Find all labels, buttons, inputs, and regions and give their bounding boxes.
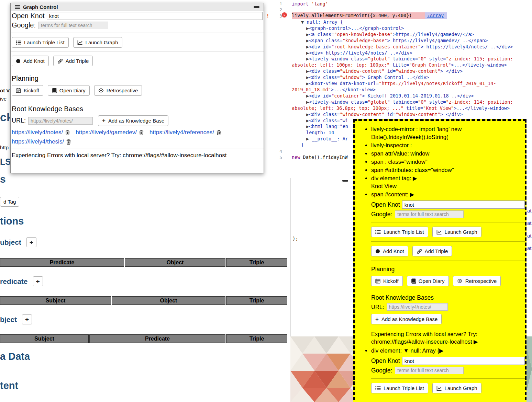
inspector-line[interactable]: ▶<graph-control>...</graph-control> <box>292 25 529 32</box>
inspector-line[interactable]: ▶<a class="open-knowledge-base">https://… <box>292 32 529 38</box>
inspector-root-line[interactable]: ▼ null: Array { <box>292 19 529 25</box>
hamburger-icon[interactable] <box>15 5 20 9</box>
open-knot-input[interactable] <box>402 200 525 209</box>
launch-triple-list-button[interactable]: Launch Triple List <box>371 227 428 237</box>
div-tag-value: Knot View <box>371 183 397 189</box>
debug-list: lively-code-mirror : import 'lang' new D… <box>355 125 525 393</box>
url-label: URL: <box>371 304 384 310</box>
open-diary-button[interactable]: Open Diary <box>407 276 449 286</box>
is-subject-heading: ubject <box>0 238 21 246</box>
open-knot-label: Open Knot <box>12 12 45 20</box>
eye-icon <box>457 279 463 283</box>
retrospective-button[interactable]: Retrospective <box>453 276 501 286</box>
inspector-line[interactable]: ▶<div class="window-content" id="window-… <box>292 68 529 74</box>
inspector-line[interactable]: ▶<knot-view data-knot-url="https://livel… <box>292 81 529 93</box>
is-predicate-heading: redicate <box>0 277 28 286</box>
code-fragment: ); <box>292 236 298 241</box>
launch-graph-button[interactable]: Launch Graph <box>73 37 122 48</box>
trash-icon[interactable] <box>139 130 144 135</box>
plus-icon: + <box>102 118 106 124</box>
debug-item-div-tag[interactable]: div element tag: ▶ Knot View <box>371 174 525 190</box>
debug-overlay: lively-code-mirror : import 'lang' new D… <box>353 119 527 402</box>
graph-control-window: Graph Control Open Knot Google: Launch T… <box>10 3 264 173</box>
text-fragment: at <box>527 245 532 251</box>
is-object-table-header: SubjectPredicateTriple <box>0 334 289 343</box>
google-search-input[interactable] <box>38 22 108 29</box>
screen: ot V ive ck http LS s d Tag tions ubject… <box>0 0 532 402</box>
open-knot-input[interactable] <box>47 12 263 20</box>
kickoff-button[interactable]: Kickoff <box>371 276 403 286</box>
kb-url-input[interactable] <box>28 117 93 125</box>
table-header-cell: Triple <box>226 258 287 267</box>
divider <box>371 378 525 379</box>
knowledge-base-link[interactable]: https://lively4/thesis/ <box>12 138 64 145</box>
divider <box>11 149 264 149</box>
kickoff-button[interactable]: Kickoff <box>12 85 43 96</box>
root-knowledge-bases-heading: Root Knowledge Bases <box>371 294 525 301</box>
planning-heading: Planning <box>371 266 525 273</box>
minimize-button[interactable] <box>254 6 259 8</box>
inspector-line[interactable]: ▶<div class="window"> Graph Control ..</… <box>292 74 529 81</box>
debug-item-span-content[interactable]: span #content: ▶ Open Knot Google: Launc… <box>371 191 525 345</box>
open-diary-button[interactable]: Open Diary <box>48 85 90 96</box>
array-type-link[interactable]: :Array <box>427 13 444 18</box>
inspector-line[interactable]: ▶<lively-window class="global" tabindex=… <box>292 99 529 112</box>
local-server-hint[interactable]: Experiencing Errors with local server? T… <box>371 330 525 345</box>
url-fragment: http <box>0 145 9 150</box>
content-heading: tent <box>0 380 18 391</box>
debug-item-code-mirror: lively-code-mirror : import 'lang' new D… <box>371 125 525 141</box>
trash-icon[interactable] <box>65 130 70 135</box>
inspector-line[interactable]: ▶<div id="container"> Kickoff 2019.01.14… <box>292 93 529 99</box>
google-label: Google: <box>371 211 392 218</box>
local-server-hint: Experiencing Errors with local server? T… <box>12 152 263 159</box>
code-line-3-error: lively.allElementsFromPoint({x:400, y:40… <box>292 12 447 19</box>
debug-item-attr-value: span attrValue: window <box>371 150 525 158</box>
knowledge-base-link[interactable]: https://lively4/notes/ <box>12 129 63 136</box>
launch-triple-list-button[interactable]: Launch Triple List <box>12 37 69 48</box>
divider <box>11 70 264 70</box>
inspector-line[interactable]: ▶<div id="root-knowledge-bases-container… <box>292 44 529 50</box>
window-titlebar[interactable]: Graph Control <box>11 3 264 11</box>
type-annotation: :Array <box>425 12 447 19</box>
minimize-button[interactable] <box>342 180 348 182</box>
knowledge-base-link[interactable]: https://lively4/references/ <box>149 129 214 136</box>
add-tag-button[interactable]: d Tag <box>0 197 19 207</box>
launch-graph-button[interactable]: Launch Graph <box>432 383 481 393</box>
kb-url-input[interactable] <box>387 303 448 311</box>
inspector-line[interactable]: ▶<span class="knowledge-base"> https://l… <box>292 38 529 44</box>
add-knowledge-base-button[interactable]: +Add as Knowledge Base <box>98 115 168 126</box>
knowledge-base-link[interactable]: https://lively4/gamedev/ <box>76 129 137 136</box>
open-knot-label: Open Knot <box>371 201 400 208</box>
chart-icon <box>77 40 83 45</box>
code-line-5: new Date().fridayInW <box>292 154 348 160</box>
launch-graph-button[interactable]: Launch Graph <box>432 227 481 237</box>
divider <box>371 222 525 222</box>
debug-item-div-element[interactable]: div element: ▼ null: Array {▶ Open Knot … <box>371 347 525 393</box>
debug-item-span-attributes: span #attributes: class="window" <box>371 166 525 174</box>
add-subject-button[interactable]: + <box>26 237 36 247</box>
launch-triple-list-button[interactable]: Launch Triple List <box>371 383 428 393</box>
retrospective-button[interactable]: Retrospective <box>94 85 142 96</box>
text-fragment: ive <box>0 96 7 102</box>
trash-icon[interactable] <box>66 139 71 145</box>
add-triple-button[interactable]: Add Triple <box>53 56 93 66</box>
trash-icon[interactable] <box>217 130 221 135</box>
add-triple-button[interactable]: Add Triple <box>412 246 452 256</box>
open-knot-input[interactable] <box>402 357 525 365</box>
inspector-line[interactable]: ▶<lively-window class="global" tabindex=… <box>292 56 529 68</box>
calendar-icon <box>16 88 21 93</box>
inspector-line[interactable]: ▶<div class="window-content" id="window-… <box>292 112 529 118</box>
google-search-input[interactable] <box>395 210 464 218</box>
add-knowledge-base-button[interactable]: +Add as Knowledge Base <box>371 314 442 324</box>
add-predicate-button[interactable]: + <box>33 276 43 286</box>
add-knot-button[interactable]: Add Knot <box>12 56 49 66</box>
table-header-cell: Subject <box>0 296 111 305</box>
add-object-button[interactable]: + <box>22 314 32 324</box>
gutter-divider <box>291 0 291 178</box>
divider <box>371 241 525 242</box>
google-search-input[interactable] <box>395 367 464 374</box>
google-label: Google: <box>371 367 392 374</box>
text-fragment: at <box>527 220 532 226</box>
add-knot-button[interactable]: Add Knot <box>371 246 408 256</box>
inspector-line[interactable]: ▶<div> https://lively4/notes/ ..</div> <box>292 50 529 56</box>
